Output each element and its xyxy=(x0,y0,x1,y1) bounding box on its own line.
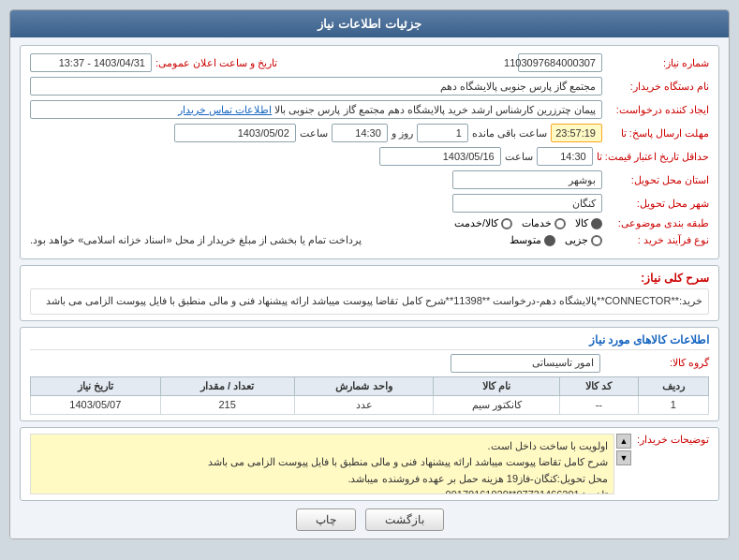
tarikh-value: 1403/04/31 - 13:37 xyxy=(30,53,152,72)
radio-kala-label: کالا xyxy=(575,217,588,229)
table-cell: عدد xyxy=(294,395,434,414)
row-mohlat: مهلت ارسال پاسخ: تا 23:57:19 ساعت باقی م… xyxy=(30,124,709,142)
dastgah-value: مجتمع گاز پارس جنوبی پالایشگاه دهم xyxy=(30,77,602,96)
mohlat-remaining: 23:57:19 xyxy=(551,124,602,142)
radio-jozii-circle xyxy=(591,235,602,246)
row-jadval: حداقل تاریخ اعتبار قیمت: تا 14:30 ساعت 1… xyxy=(30,147,709,166)
kala-section-title: اطلاعات کالاهای مورد نیاز xyxy=(30,333,709,350)
main-container: جزئیات اطلاعات نیاز شماره نیاز: 11030976… xyxy=(9,9,730,539)
mohlat-date: 1403/05/02 xyxy=(174,124,296,142)
col-radif: ردیف xyxy=(638,376,708,395)
notes-line2: شرح کامل تقاضا پیوست میباشد ارائه پیشنها… xyxy=(208,456,608,467)
col-tedad: تعداد / مقدار xyxy=(160,376,294,395)
ostan-value: بوشهر xyxy=(452,170,602,189)
back-button[interactable]: بازگشت xyxy=(365,508,444,531)
radio-motaset-label: متوسط xyxy=(510,234,541,246)
content-area: شماره نیاز: 1103097684000307 تاریخ و ساع… xyxy=(10,37,729,538)
grouh-value: امور تاسیساتی xyxy=(451,354,600,373)
shomara-label: شماره نیاز: xyxy=(606,57,709,69)
shomara-value: 1103097684000307 xyxy=(518,53,602,72)
row-shahr: شهر محل تحویل: کنگان xyxy=(30,194,709,213)
page-title-text: جزئیات اطلاعات نیاز xyxy=(318,17,421,31)
radio-kala-khadamat-label: کالا/خدمت xyxy=(454,217,498,229)
sarj-section: سرح کلی نیاز: خرید:**CONNECTOR**پالایشگا… xyxy=(20,265,719,321)
sarj-title: سرح کلی نیاز: xyxy=(30,272,709,285)
ijad-value: پیمان چترزرین کارشناس ارشد خرید پالایشگا… xyxy=(30,100,602,119)
radio-kala-khadamat-circle xyxy=(501,218,512,229)
scroll-down-btn[interactable]: ▼ xyxy=(616,450,631,465)
dastgah-label: نام دستگاه خریدار: xyxy=(606,81,709,93)
table-cell: -- xyxy=(560,395,639,414)
radio-kala-circle xyxy=(591,218,602,229)
jadval-saat-label: ساعت xyxy=(505,151,533,163)
radio-kala-item[interactable]: کالا xyxy=(575,217,602,229)
radio-jozii-label: جزیی xyxy=(565,234,588,246)
table-cell: 215 xyxy=(160,395,294,414)
ijad-link[interactable]: اطلاعات تماس خریدار xyxy=(178,104,272,116)
mohlat-time: 14:30 xyxy=(332,124,388,142)
radio-jozii-item[interactable]: جزیی xyxy=(565,234,602,246)
row-ostan: استان محل تحویل: بوشهر xyxy=(30,170,709,189)
shahr-label: شهر محل تحویل: xyxy=(606,198,709,210)
col-vahed: واحد شمارش xyxy=(294,376,434,395)
tabaghe-label: طبقه بندی موضوعی: xyxy=(606,217,709,229)
buttons-row: بازگشت چاپ xyxy=(20,508,719,531)
sarj-text: خرید:**CONNECTOR**پالایشگاه دهم-درخواست … xyxy=(30,288,709,315)
radio-motaset-item[interactable]: متوسط xyxy=(510,234,555,246)
payment-text: پرداخت تمام یا بخشی از مبلغ خریدار از مح… xyxy=(30,234,362,246)
page-title: جزئیات اطلاعات نیاز xyxy=(10,10,729,37)
jadval-date: 1403/05/16 xyxy=(379,147,501,166)
kala-table: ردیف کد کالا نام کالا واحد شمارش تعداد /… xyxy=(30,376,709,415)
mohlat-saat-label: ساعت xyxy=(300,127,328,140)
table-cell: 1403/05/07 xyxy=(31,395,161,414)
print-button[interactable]: چاپ xyxy=(296,508,356,531)
notes-line3: محل تحویل:کنگان-فاز19 هزینه حمل بر عهده … xyxy=(347,473,607,484)
mohlat-label: مهلت ارسال پاسخ: تا xyxy=(606,127,709,140)
ostan-label: استان محل تحویل: xyxy=(606,174,709,186)
jadval-time: 14:30 xyxy=(537,147,593,166)
shahr-value: کنگان xyxy=(452,194,602,213)
mohlat-day-value: 1 xyxy=(417,124,468,142)
radio-khadamat-label: خدمات xyxy=(522,217,552,229)
notes-label: توضیحات خریدار: xyxy=(637,434,709,494)
table-cell: 1 xyxy=(638,395,708,414)
row-ijad: ایجاد کننده درخواست: پیمان چترزرین کارشن… xyxy=(30,100,709,119)
tarikh-label: تاریخ و ساعت اعلان عمومی: xyxy=(155,57,277,69)
row-shomara: شماره نیاز: 1103097684000307 تاریخ و ساع… xyxy=(30,53,709,72)
ijad-text: پیمان چترزرین کارشناس ارشد خرید پالایشگا… xyxy=(274,104,596,116)
noie-label: نوع فرآیند خرید : xyxy=(606,234,709,246)
scroll-up-btn[interactable]: ▲ xyxy=(616,434,631,449)
radio-motaset-circle xyxy=(544,235,555,246)
radio-noie: جزیی متوسط xyxy=(510,234,602,246)
col-nam: نام کالا xyxy=(434,376,560,395)
radio-khadamat-item[interactable]: خدمات xyxy=(522,217,566,229)
row-tabaghe: طبقه بندی موضوعی: کالا خدمات کالا/خدمت xyxy=(30,217,709,229)
grouh-label: گروه کالا: xyxy=(606,357,709,369)
mohlat-day-label: روز و xyxy=(392,127,413,140)
notes-line1: اولویت با ساخت داخل است. xyxy=(488,440,608,451)
col-kod: کد کالا xyxy=(560,376,639,395)
table-cell: کانکتور سیم xyxy=(434,395,560,414)
jadval-label: حداقل تاریخ اعتبار قیمت: تا xyxy=(597,151,709,163)
row-noie: نوع فرآیند خرید : جزیی متوسط پرداخت تمام… xyxy=(30,234,709,246)
radio-kala-khadamat-item[interactable]: کالا/خدمت xyxy=(454,217,512,229)
table-row: 1--کانکتور سیمعدد2151403/05/07 xyxy=(31,395,709,414)
radio-tabaghe: کالا خدمات کالا/خدمت xyxy=(454,217,602,229)
row-dastgah: نام دستگاه خریدار: مجتمع گاز پارس جنوبی … xyxy=(30,77,709,96)
radio-khadamat-circle xyxy=(554,218,566,229)
mohlat-hour-label: ساعت باقی مانده xyxy=(472,127,547,140)
kala-info-section: اطلاعات کالاهای مورد نیاز گروه کالا: امو… xyxy=(20,327,719,421)
notes-section: توضیحات خریدار: ▲ ▼ اولویت با ساخت داخل … xyxy=(20,427,719,501)
form-section: شماره نیاز: 1103097684000307 تاریخ و ساع… xyxy=(20,45,719,259)
grouh-row: گروه کالا: امور تاسیساتی xyxy=(30,354,709,373)
ijad-label: ایجاد کننده درخواست: xyxy=(606,104,709,116)
col-tarikh: تاریخ نیاز xyxy=(31,376,161,395)
notes-line4: تلفن : 07731466291**09170161929 xyxy=(446,489,608,494)
notes-text: اولویت با ساخت داخل است. شرح کامل تقاضا … xyxy=(30,434,614,494)
